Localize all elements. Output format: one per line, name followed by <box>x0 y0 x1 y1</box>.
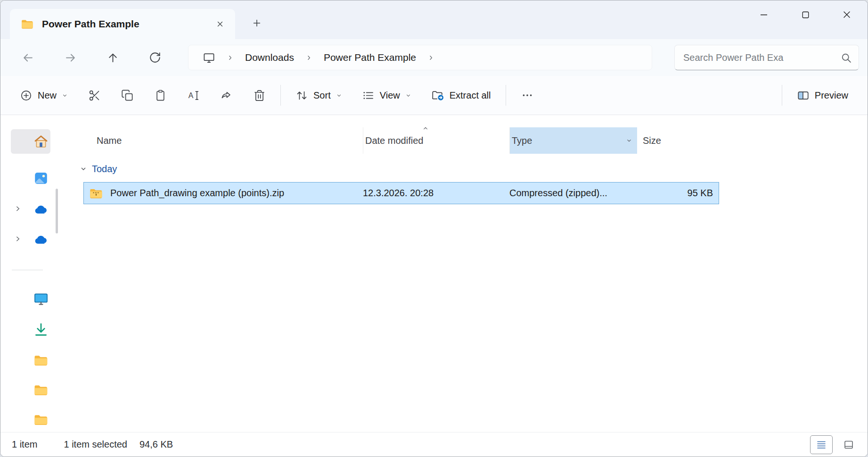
view-button[interactable]: View <box>355 82 418 108</box>
column-header-size[interactable]: Size <box>637 127 720 154</box>
toolbar-divider <box>782 85 782 106</box>
view-label: View <box>380 90 400 101</box>
chevron-down-icon[interactable] <box>80 165 87 173</box>
address-bar: Downloads Power Path Example <box>0 39 868 76</box>
column-header-size-label: Size <box>643 135 661 146</box>
gallery-icon <box>33 170 49 186</box>
chevron-right-icon <box>14 235 22 243</box>
column-header-name[interactable]: Name <box>83 127 363 154</box>
file-row-selected[interactable]: Power Path_drawing example (points).zip … <box>83 182 719 204</box>
toolbar-divider <box>506 85 506 106</box>
folder-icon <box>20 17 34 31</box>
column-header-date-modified[interactable]: Date modified <box>363 127 510 154</box>
new-button[interactable]: New <box>13 82 75 108</box>
extract-all-button[interactable]: Extract all <box>424 82 498 108</box>
file-type: Compressed (zipped)... <box>509 188 637 199</box>
sidebar-expander-onedrive-1[interactable] <box>14 205 22 213</box>
tab-strip: Power Path Example <box>0 0 868 39</box>
chevron-right-icon[interactable] <box>227 54 234 61</box>
chevron-right-icon[interactable] <box>427 54 434 61</box>
sidebar-item-downloads[interactable] <box>33 322 49 338</box>
share-button[interactable] <box>213 82 240 108</box>
view-toggles <box>810 435 860 454</box>
chevron-down-icon <box>336 92 342 99</box>
share-icon <box>220 89 233 102</box>
cut-button[interactable] <box>81 82 108 108</box>
maximize-button[interactable] <box>791 2 819 27</box>
plus-circle-icon <box>20 89 33 102</box>
forward-button[interactable] <box>56 45 84 70</box>
column-header-date-label: Date modified <box>365 135 423 146</box>
onedrive-cloud-icon <box>33 201 49 217</box>
selection-size: 94,6 KB <box>139 439 173 450</box>
sidebar-item-folder-1[interactable] <box>33 352 49 368</box>
sidebar-item-onedrive-1[interactable] <box>33 201 49 217</box>
sort-button[interactable]: Sort <box>288 82 349 108</box>
breadcrumb-item-downloads[interactable]: Downloads <box>240 49 299 66</box>
breadcrumb-item-power-path-example[interactable]: Power Path Example <box>319 49 421 66</box>
tab-title: Power Path Example <box>42 18 204 30</box>
tab-close-button[interactable] <box>212 16 229 33</box>
more-options-button[interactable] <box>514 82 541 108</box>
trash-icon <box>253 89 266 102</box>
rename-button[interactable]: A <box>180 82 207 108</box>
ellipsis-icon <box>521 89 533 101</box>
search-box <box>674 45 859 70</box>
refresh-button[interactable] <box>141 45 169 70</box>
folder-icon <box>33 352 49 368</box>
sidebar-item-gallery[interactable] <box>33 170 49 186</box>
minimize-button[interactable] <box>750 2 778 27</box>
preview-button[interactable]: Preview <box>790 82 855 108</box>
close-button[interactable] <box>833 2 861 27</box>
file-date-modified: 12.3.2026. 20:28 <box>363 188 509 199</box>
file-size: 95 KB <box>637 188 719 199</box>
sort-icon <box>295 89 308 102</box>
breadcrumb: Downloads Power Path Example <box>188 45 652 70</box>
sidebar-expander-onedrive-2[interactable] <box>14 235 22 243</box>
column-headers: Name Date modified Type Size <box>61 127 868 154</box>
search-icon[interactable] <box>840 52 852 64</box>
chevron-down-icon <box>405 92 411 99</box>
new-tab-button[interactable] <box>246 13 267 33</box>
sidebar-item-this-pc[interactable] <box>33 291 49 307</box>
column-header-type-label: Type <box>512 135 532 146</box>
group-header-today[interactable]: Today <box>61 159 868 178</box>
home-icon <box>33 133 49 150</box>
details-view-button[interactable] <box>810 435 833 454</box>
sort-ascending-icon <box>422 125 429 132</box>
up-button[interactable] <box>98 45 127 70</box>
column-header-type[interactable]: Type <box>510 127 637 154</box>
window-controls <box>750 2 861 27</box>
svg-text:A: A <box>188 91 193 100</box>
back-button[interactable] <box>14 45 42 70</box>
paste-icon <box>154 89 167 102</box>
delete-button[interactable] <box>246 82 273 108</box>
thumbnails-view-button[interactable] <box>837 435 860 454</box>
sidebar-item-home[interactable] <box>33 133 49 150</box>
selection-count: 1 item selected <box>64 439 127 450</box>
thumbnails-view-icon <box>843 439 854 450</box>
command-toolbar: New A <box>0 76 868 115</box>
chevron-down-icon[interactable] <box>626 137 632 144</box>
copy-button[interactable] <box>114 82 141 108</box>
preview-pane-icon <box>797 89 810 102</box>
paste-button[interactable] <box>147 82 174 108</box>
sidebar-item-onedrive-2[interactable] <box>33 232 49 248</box>
navigation-sidebar <box>0 115 61 432</box>
chevron-down-icon <box>62 92 68 99</box>
item-count: 1 item <box>12 439 37 450</box>
chevron-right-icon[interactable] <box>305 54 312 61</box>
sidebar-scrollbar[interactable] <box>56 189 58 233</box>
preview-label: Preview <box>815 90 848 101</box>
search-input[interactable] <box>683 52 840 63</box>
zip-folder-icon <box>89 186 104 201</box>
column-header-name-label: Name <box>97 135 122 146</box>
monitor-icon <box>33 291 49 307</box>
scissors-icon <box>88 89 101 102</box>
sidebar-divider <box>12 270 43 270</box>
tab-power-path-example[interactable]: Power Path Example <box>10 9 235 39</box>
sidebar-item-folder-3[interactable] <box>33 412 49 428</box>
sidebar-item-folder-2[interactable] <box>33 382 49 398</box>
folder-icon <box>33 382 49 398</box>
monitor-icon[interactable] <box>198 49 220 67</box>
